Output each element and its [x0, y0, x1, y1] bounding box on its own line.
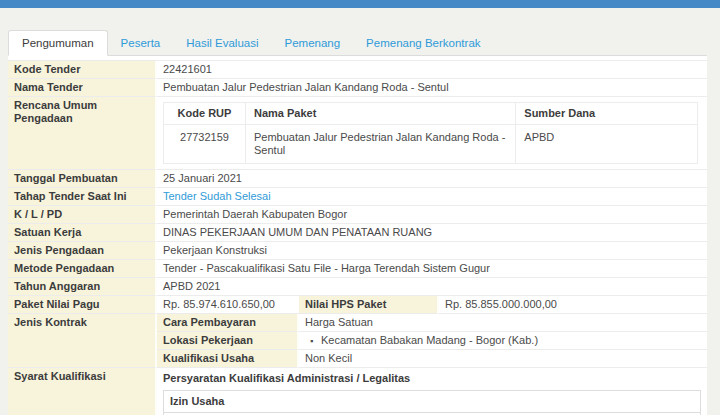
row-cara-pembayaran: Jenis Kontrak Cara Pembayaran Harga Satu…: [8, 314, 707, 332]
row-nama-tender: Nama Tender Pembuatan Jalur Pedestrian J…: [8, 79, 707, 97]
rup-header-kode: Kode RUP: [164, 103, 246, 125]
row-satuan-kerja: Satuan Kerja DINAS PEKERJAAN UMUM DAN PE…: [8, 224, 707, 242]
jenis-pengadaan-label: Jenis Pengadaan: [8, 242, 157, 260]
row-metode-pengadaan: Metode Pengadaan Tender - Pascakualifika…: [8, 260, 707, 278]
nama-tender-value: Pembuatan Jalur Pedestrian Jalan Kandang…: [157, 79, 707, 97]
metode-pengadaan-label: Metode Pengadaan: [8, 260, 157, 278]
paket-nilai-pagu-value: Rp. 85.974.610.650,00: [157, 296, 299, 314]
rup-label: Rencana Umum Pengadaan: [8, 97, 157, 170]
jenis-kontrak-label: Jenis Kontrak: [8, 314, 157, 368]
tender-detail-table: Kode Tender 22421601 Nama Tender Pembuat…: [8, 60, 707, 415]
tab-hasil-evaluasi[interactable]: Hasil Evaluasi: [173, 31, 271, 55]
tender-detail-page: Pengumuman Peserta Hasil Evaluasi Pemena…: [8, 30, 707, 415]
rup-table: Kode RUP Nama Paket Sumber Dana 27732159…: [163, 102, 698, 164]
tahap-tender-label: Tahap Tender Saat Ini: [8, 188, 157, 206]
klpd-label: K / L / PD: [8, 206, 157, 224]
syarat-section-title: Persyaratan Kualifikasi Administrasi / L…: [163, 370, 701, 390]
satuan-kerja-label: Satuan Kerja: [8, 224, 157, 242]
rup-header-row: Kode RUP Nama Paket Sumber Dana: [164, 103, 698, 125]
row-tahap-tender: Tahap Tender Saat Ini Tender Sudah Seles…: [8, 188, 707, 206]
rup-data-row: 27732159 Pembuatan Jalur Pedestrian Jala…: [164, 125, 698, 164]
izin-usaha-box: Izin Usaha SBUJK Sesuai dengan bidang da…: [163, 390, 701, 415]
lokasi-pekerjaan-label: Lokasi Pekerjaan: [157, 332, 299, 350]
izin-usaha-title: Izin Usaha: [164, 391, 700, 413]
kualifikasi-usaha-value: Non Kecil: [299, 350, 707, 368]
row-syarat-kualifikasi: Syarat Kualifikasi Persyaratan Kualifika…: [8, 368, 707, 415]
tahun-anggaran-label: Tahun Anggaran: [8, 278, 157, 296]
rup-header-nama-paket: Nama Paket: [246, 103, 516, 125]
syarat-kualifikasi-cell: Persyaratan Kualifikasi Administrasi / L…: [157, 368, 707, 415]
rup-cell: Kode RUP Nama Paket Sumber Dana 27732159…: [157, 97, 707, 170]
tab-pemenang[interactable]: Pemenang: [271, 31, 353, 55]
row-paket-nilai-pagu: Paket Nilai Pagu Rp. 85.974.610.650,00 N…: [8, 296, 707, 314]
row-klpd: K / L / PD Pemerintah Daerah Kabupaten B…: [8, 206, 707, 224]
row-tahun-anggaran: Tahun Anggaran APBD 2021: [8, 278, 707, 296]
tanggal-pembuatan-value: 25 Januari 2021: [157, 170, 707, 188]
lokasi-pekerjaan-value: Kecamatan Babakan Madang - Bogor (Kab.): [305, 334, 701, 347]
tahap-tender-link[interactable]: Tender Sudah Selesai: [163, 190, 271, 202]
nilai-hps-value: Rp. 85.855.000.000,00: [439, 296, 707, 314]
tab-peserta[interactable]: Peserta: [108, 31, 174, 55]
kualifikasi-usaha-label: Kualifikasi Usaha: [157, 350, 299, 368]
cara-pembayaran-value: Harga Satuan: [299, 314, 707, 332]
lokasi-pekerjaan-cell: Kecamatan Babakan Madang - Bogor (Kab.): [299, 332, 707, 350]
tab-pengumuman[interactable]: Pengumuman: [8, 30, 108, 56]
tahun-anggaran-value: APBD 2021: [157, 278, 707, 296]
rup-nama-paket-value: Pembuatan Jalur Pedestrian Jalan Kandang…: [246, 125, 516, 164]
app-header-bar: [0, 0, 720, 8]
row-rencana-umum-pengadaan: Rencana Umum Pengadaan Kode RUP Nama Pak…: [8, 97, 707, 170]
syarat-kualifikasi-label: Syarat Kualifikasi: [8, 368, 157, 415]
jenis-pengadaan-value: Pekerjaan Konstruksi: [157, 242, 707, 260]
tanggal-pembuatan-label: Tanggal Pembuatan: [8, 170, 157, 188]
kode-tender-value: 22421601: [157, 61, 707, 79]
row-kode-tender: Kode Tender 22421601: [8, 61, 707, 79]
cara-pembayaran-label: Cara Pembayaran: [157, 314, 299, 332]
tab-pemenang-berkontrak[interactable]: Pemenang Berkontrak: [353, 31, 493, 55]
tahap-tender-cell: Tender Sudah Selesai: [157, 188, 707, 206]
paket-nilai-pagu-label: Paket Nilai Pagu: [8, 296, 157, 314]
nilai-hps-label: Nilai HPS Paket: [299, 296, 439, 314]
tender-tabs: Pengumuman Peserta Hasil Evaluasi Pemena…: [8, 30, 707, 56]
nama-tender-label: Nama Tender: [8, 79, 157, 97]
metode-pengadaan-value: Tender - Pascakualifikasi Satu File - Ha…: [157, 260, 707, 278]
satuan-kerja-value: DINAS PEKERJAAN UMUM DAN PENATAAN RUANG: [157, 224, 707, 242]
row-jenis-pengadaan: Jenis Pengadaan Pekerjaan Konstruksi: [8, 242, 707, 260]
rup-header-sumber-dana: Sumber Dana: [516, 103, 698, 125]
content-panel: Kode Tender 22421601 Nama Tender Pembuat…: [8, 56, 707, 415]
row-tanggal-pembuatan: Tanggal Pembuatan 25 Januari 2021: [8, 170, 707, 188]
klpd-value: Pemerintah Daerah Kabupaten Bogor: [157, 206, 707, 224]
rup-sumber-dana-value: APBD: [516, 125, 698, 164]
rup-kode-value: 27732159: [164, 125, 246, 164]
kode-tender-label: Kode Tender: [8, 61, 157, 79]
